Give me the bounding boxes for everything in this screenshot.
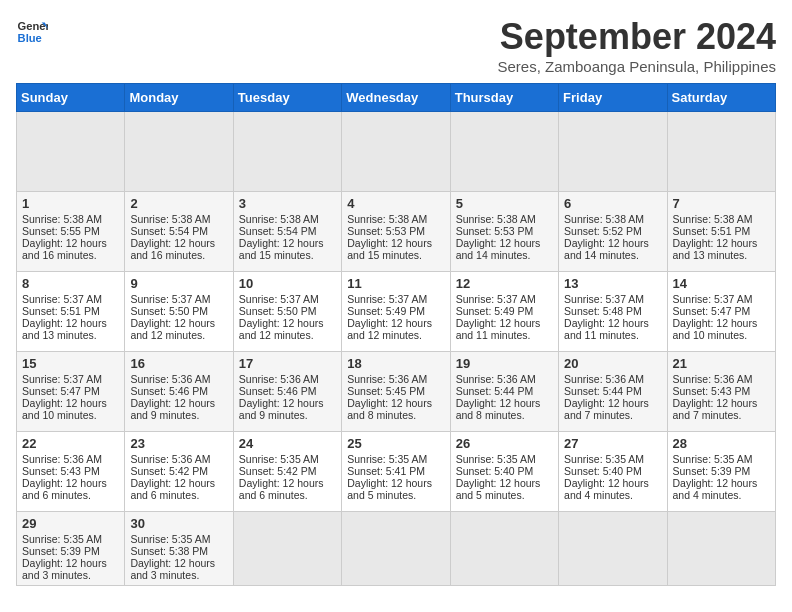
day-number: 19 (456, 356, 553, 371)
location-subtitle: Seres, Zamboanga Peninsula, Philippines (497, 58, 776, 75)
day-number: 5 (456, 196, 553, 211)
sunrise-label: Sunrise: 5:37 AM (456, 293, 536, 305)
daylight-label: Daylight: 12 hours and 12 minutes. (347, 317, 432, 341)
sunset-label: Sunset: 5:51 PM (673, 225, 751, 237)
sunset-label: Sunset: 5:48 PM (564, 305, 642, 317)
calendar-cell (233, 512, 341, 586)
day-number: 16 (130, 356, 227, 371)
calendar-cell: 5Sunrise: 5:38 AMSunset: 5:53 PMDaylight… (450, 192, 558, 272)
daylight-label: Daylight: 12 hours and 15 minutes. (239, 237, 324, 261)
calendar-cell: 17Sunrise: 5:36 AMSunset: 5:46 PMDayligh… (233, 352, 341, 432)
calendar-cell: 15Sunrise: 5:37 AMSunset: 5:47 PMDayligh… (17, 352, 125, 432)
calendar-cell (342, 512, 450, 586)
calendar-cell: 27Sunrise: 5:35 AMSunset: 5:40 PMDayligh… (559, 432, 667, 512)
title-block: September 2024 Seres, Zamboanga Peninsul… (497, 16, 776, 75)
sunset-label: Sunset: 5:55 PM (22, 225, 100, 237)
sunset-label: Sunset: 5:47 PM (673, 305, 751, 317)
sunrise-label: Sunrise: 5:36 AM (564, 373, 644, 385)
calendar-cell: 23Sunrise: 5:36 AMSunset: 5:42 PMDayligh… (125, 432, 233, 512)
sunset-label: Sunset: 5:43 PM (22, 465, 100, 477)
daylight-label: Daylight: 12 hours and 6 minutes. (239, 477, 324, 501)
calendar-cell (233, 112, 341, 192)
col-header-monday: Monday (125, 84, 233, 112)
calendar-cell (559, 112, 667, 192)
col-header-sunday: Sunday (17, 84, 125, 112)
day-number: 10 (239, 276, 336, 291)
sunrise-label: Sunrise: 5:35 AM (347, 453, 427, 465)
sunrise-label: Sunrise: 5:35 AM (22, 533, 102, 545)
daylight-label: Daylight: 12 hours and 16 minutes. (22, 237, 107, 261)
col-header-friday: Friday (559, 84, 667, 112)
day-number: 7 (673, 196, 770, 211)
col-header-saturday: Saturday (667, 84, 775, 112)
sunrise-label: Sunrise: 5:37 AM (22, 293, 102, 305)
daylight-label: Daylight: 12 hours and 5 minutes. (347, 477, 432, 501)
sunrise-label: Sunrise: 5:36 AM (347, 373, 427, 385)
daylight-label: Daylight: 12 hours and 10 minutes. (673, 317, 758, 341)
daylight-label: Daylight: 12 hours and 4 minutes. (673, 477, 758, 501)
sunset-label: Sunset: 5:49 PM (347, 305, 425, 317)
calendar-cell: 16Sunrise: 5:36 AMSunset: 5:46 PMDayligh… (125, 352, 233, 432)
daylight-label: Daylight: 12 hours and 7 minutes. (564, 397, 649, 421)
sunrise-label: Sunrise: 5:36 AM (22, 453, 102, 465)
calendar-cell: 3Sunrise: 5:38 AMSunset: 5:54 PMDaylight… (233, 192, 341, 272)
day-number: 11 (347, 276, 444, 291)
month-year-title: September 2024 (497, 16, 776, 58)
daylight-label: Daylight: 12 hours and 6 minutes. (22, 477, 107, 501)
day-number: 6 (564, 196, 661, 211)
calendar-cell: 14Sunrise: 5:37 AMSunset: 5:47 PMDayligh… (667, 272, 775, 352)
sunrise-label: Sunrise: 5:36 AM (673, 373, 753, 385)
calendar-cell: 13Sunrise: 5:37 AMSunset: 5:48 PMDayligh… (559, 272, 667, 352)
day-number: 1 (22, 196, 119, 211)
day-number: 27 (564, 436, 661, 451)
daylight-label: Daylight: 12 hours and 9 minutes. (239, 397, 324, 421)
day-number: 8 (22, 276, 119, 291)
daylight-label: Daylight: 12 hours and 11 minutes. (564, 317, 649, 341)
col-header-thursday: Thursday (450, 84, 558, 112)
calendar-cell: 18Sunrise: 5:36 AMSunset: 5:45 PMDayligh… (342, 352, 450, 432)
sunset-label: Sunset: 5:47 PM (22, 385, 100, 397)
calendar-cell (667, 512, 775, 586)
sunset-label: Sunset: 5:46 PM (239, 385, 317, 397)
day-number: 18 (347, 356, 444, 371)
daylight-label: Daylight: 12 hours and 14 minutes. (456, 237, 541, 261)
calendar-cell: 7Sunrise: 5:38 AMSunset: 5:51 PMDaylight… (667, 192, 775, 272)
calendar-cell (125, 112, 233, 192)
day-number: 21 (673, 356, 770, 371)
sunrise-label: Sunrise: 5:35 AM (239, 453, 319, 465)
sunrise-label: Sunrise: 5:38 AM (22, 213, 102, 225)
sunset-label: Sunset: 5:52 PM (564, 225, 642, 237)
svg-text:Blue: Blue (18, 32, 42, 44)
sunrise-label: Sunrise: 5:36 AM (239, 373, 319, 385)
sunset-label: Sunset: 5:53 PM (347, 225, 425, 237)
col-header-wednesday: Wednesday (342, 84, 450, 112)
day-number: 15 (22, 356, 119, 371)
daylight-label: Daylight: 12 hours and 12 minutes. (130, 317, 215, 341)
sunset-label: Sunset: 5:39 PM (22, 545, 100, 557)
sunrise-label: Sunrise: 5:37 AM (564, 293, 644, 305)
sunrise-label: Sunrise: 5:35 AM (564, 453, 644, 465)
sunrise-label: Sunrise: 5:37 AM (130, 293, 210, 305)
sunrise-label: Sunrise: 5:38 AM (673, 213, 753, 225)
calendar-table: SundayMondayTuesdayWednesdayThursdayFrid… (16, 83, 776, 586)
calendar-cell: 30Sunrise: 5:35 AMSunset: 5:38 PMDayligh… (125, 512, 233, 586)
svg-text:General: General (18, 20, 48, 32)
calendar-cell: 28Sunrise: 5:35 AMSunset: 5:39 PMDayligh… (667, 432, 775, 512)
day-number: 24 (239, 436, 336, 451)
daylight-label: Daylight: 12 hours and 16 minutes. (130, 237, 215, 261)
calendar-cell: 2Sunrise: 5:38 AMSunset: 5:54 PMDaylight… (125, 192, 233, 272)
sunrise-label: Sunrise: 5:38 AM (130, 213, 210, 225)
sunrise-label: Sunrise: 5:38 AM (239, 213, 319, 225)
calendar-cell: 10Sunrise: 5:37 AMSunset: 5:50 PMDayligh… (233, 272, 341, 352)
sunrise-label: Sunrise: 5:35 AM (456, 453, 536, 465)
sunrise-label: Sunrise: 5:37 AM (673, 293, 753, 305)
sunset-label: Sunset: 5:50 PM (239, 305, 317, 317)
calendar-cell: 8Sunrise: 5:37 AMSunset: 5:51 PMDaylight… (17, 272, 125, 352)
calendar-cell (342, 112, 450, 192)
daylight-label: Daylight: 12 hours and 5 minutes. (456, 477, 541, 501)
day-number: 9 (130, 276, 227, 291)
calendar-cell: 11Sunrise: 5:37 AMSunset: 5:49 PMDayligh… (342, 272, 450, 352)
daylight-label: Daylight: 12 hours and 6 minutes. (130, 477, 215, 501)
daylight-label: Daylight: 12 hours and 4 minutes. (564, 477, 649, 501)
day-number: 3 (239, 196, 336, 211)
